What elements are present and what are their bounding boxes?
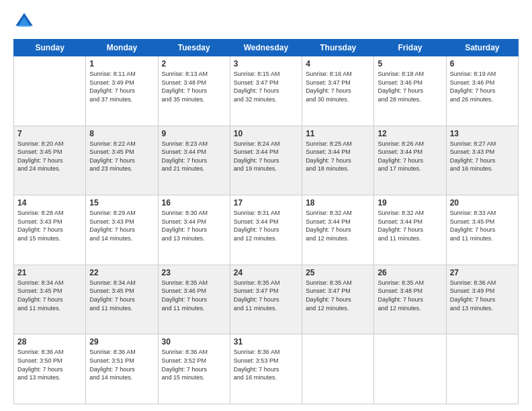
logo: [13, 11, 38, 32]
calendar-cell: 12Sunrise: 8:26 AM Sunset: 3:44 PM Dayli…: [374, 126, 446, 195]
day-number: 9: [162, 129, 226, 138]
day-number: 2: [162, 59, 226, 68]
calendar-week-1: 1Sunrise: 8:11 AM Sunset: 3:49 PM Daylig…: [14, 56, 519, 126]
day-number: 10: [234, 129, 298, 138]
day-number: 1: [89, 59, 154, 68]
day-number: 8: [89, 129, 154, 138]
calendar-cell: 13Sunrise: 8:27 AM Sunset: 3:43 PM Dayli…: [446, 126, 518, 195]
calendar-cell: 16Sunrise: 8:30 AM Sunset: 3:44 PM Dayli…: [158, 195, 230, 265]
cell-info: Sunrise: 8:32 AM Sunset: 3:44 PM Dayligh…: [378, 209, 442, 242]
calendar: SundayMondayTuesdayWednesdayThursdayFrid…: [13, 39, 519, 404]
calendar-cell: 23Sunrise: 8:35 AM Sunset: 3:46 PM Dayli…: [158, 265, 230, 334]
cell-info: Sunrise: 8:22 AM Sunset: 3:45 PM Dayligh…: [89, 140, 154, 173]
calendar-cell: [446, 334, 518, 404]
col-header-monday: Monday: [86, 40, 158, 56]
cell-info: Sunrise: 8:36 AM Sunset: 3:49 PM Dayligh…: [450, 279, 515, 312]
calendar-week-3: 14Sunrise: 8:28 AM Sunset: 3:43 PM Dayli…: [14, 195, 519, 265]
day-number: 20: [450, 198, 515, 208]
calendar-week-4: 21Sunrise: 8:34 AM Sunset: 3:45 PM Dayli…: [14, 265, 519, 334]
calendar-cell: 5Sunrise: 8:18 AM Sunset: 3:46 PM Daylig…: [374, 56, 446, 126]
calendar-cell: 17Sunrise: 8:31 AM Sunset: 3:44 PM Dayli…: [230, 195, 302, 265]
cell-info: Sunrise: 8:23 AM Sunset: 3:44 PM Dayligh…: [162, 140, 226, 173]
day-number: 4: [306, 59, 370, 68]
day-number: 27: [450, 268, 515, 277]
day-number: 15: [89, 198, 154, 208]
cell-info: Sunrise: 8:36 AM Sunset: 3:52 PM Dayligh…: [162, 348, 226, 381]
calendar-cell: 7Sunrise: 8:20 AM Sunset: 3:45 PM Daylig…: [14, 126, 86, 195]
calendar-cell: 22Sunrise: 8:34 AM Sunset: 3:45 PM Dayli…: [86, 265, 158, 334]
calendar-cell: 11Sunrise: 8:25 AM Sunset: 3:44 PM Dayli…: [302, 126, 374, 195]
calendar-cell: 3Sunrise: 8:15 AM Sunset: 3:47 PM Daylig…: [230, 56, 302, 126]
calendar-cell: 14Sunrise: 8:28 AM Sunset: 3:43 PM Dayli…: [14, 195, 86, 265]
calendar-week-2: 7Sunrise: 8:20 AM Sunset: 3:45 PM Daylig…: [14, 126, 519, 195]
calendar-cell: 6Sunrise: 8:19 AM Sunset: 3:46 PM Daylig…: [446, 56, 518, 126]
day-number: 11: [306, 129, 370, 138]
cell-info: Sunrise: 8:24 AM Sunset: 3:44 PM Dayligh…: [234, 140, 298, 173]
day-number: 25: [306, 268, 370, 277]
cell-info: Sunrise: 8:13 AM Sunset: 3:48 PM Dayligh…: [162, 70, 226, 103]
calendar-week-5: 28Sunrise: 8:36 AM Sunset: 3:50 PM Dayli…: [14, 334, 519, 404]
cell-info: Sunrise: 8:31 AM Sunset: 3:44 PM Dayligh…: [234, 209, 298, 242]
day-number: 26: [378, 268, 442, 277]
day-number: 7: [17, 129, 82, 138]
day-number: 18: [306, 198, 370, 208]
calendar-header-row: SundayMondayTuesdayWednesdayThursdayFrid…: [14, 40, 519, 56]
day-number: 31: [234, 337, 298, 347]
cell-info: Sunrise: 8:36 AM Sunset: 3:51 PM Dayligh…: [89, 348, 154, 381]
calendar-cell: 2Sunrise: 8:13 AM Sunset: 3:48 PM Daylig…: [158, 56, 230, 126]
calendar-cell: 30Sunrise: 8:36 AM Sunset: 3:52 PM Dayli…: [158, 334, 230, 404]
calendar-cell: [374, 334, 446, 404]
calendar-cell: 27Sunrise: 8:36 AM Sunset: 3:49 PM Dayli…: [446, 265, 518, 334]
day-number: 5: [378, 59, 442, 68]
logo-icon: [13, 11, 35, 32]
day-number: 24: [234, 268, 298, 277]
calendar-cell: 31Sunrise: 8:36 AM Sunset: 3:53 PM Dayli…: [230, 334, 302, 404]
day-number: 12: [378, 129, 442, 138]
cell-info: Sunrise: 8:28 AM Sunset: 3:43 PM Dayligh…: [17, 209, 82, 242]
day-number: 16: [162, 198, 226, 208]
cell-info: Sunrise: 8:36 AM Sunset: 3:53 PM Dayligh…: [234, 348, 298, 381]
cell-info: Sunrise: 8:36 AM Sunset: 3:50 PM Dayligh…: [17, 348, 82, 381]
calendar-cell: 10Sunrise: 8:24 AM Sunset: 3:44 PM Dayli…: [230, 126, 302, 195]
cell-info: Sunrise: 8:34 AM Sunset: 3:45 PM Dayligh…: [89, 279, 154, 312]
cell-info: Sunrise: 8:29 AM Sunset: 3:43 PM Dayligh…: [89, 209, 154, 242]
calendar-cell: [14, 56, 86, 126]
cell-info: Sunrise: 8:32 AM Sunset: 3:44 PM Dayligh…: [306, 209, 370, 242]
cell-info: Sunrise: 8:16 AM Sunset: 3:47 PM Dayligh…: [306, 70, 370, 103]
col-header-tuesday: Tuesday: [158, 40, 230, 56]
calendar-cell: 19Sunrise: 8:32 AM Sunset: 3:44 PM Dayli…: [374, 195, 446, 265]
cell-info: Sunrise: 8:18 AM Sunset: 3:46 PM Dayligh…: [378, 70, 442, 103]
col-header-thursday: Thursday: [302, 40, 374, 56]
cell-info: Sunrise: 8:33 AM Sunset: 3:45 PM Dayligh…: [450, 209, 515, 242]
cell-info: Sunrise: 8:15 AM Sunset: 3:47 PM Dayligh…: [234, 70, 298, 103]
cell-info: Sunrise: 8:27 AM Sunset: 3:43 PM Dayligh…: [450, 140, 515, 173]
calendar-cell: 9Sunrise: 8:23 AM Sunset: 3:44 PM Daylig…: [158, 126, 230, 195]
col-header-sunday: Sunday: [14, 40, 86, 56]
day-number: 17: [234, 198, 298, 208]
calendar-cell: 21Sunrise: 8:34 AM Sunset: 3:45 PM Dayli…: [14, 265, 86, 334]
col-header-wednesday: Wednesday: [230, 40, 302, 56]
calendar-cell: 24Sunrise: 8:35 AM Sunset: 3:47 PM Dayli…: [230, 265, 302, 334]
calendar-cell: 26Sunrise: 8:35 AM Sunset: 3:48 PM Dayli…: [374, 265, 446, 334]
day-number: 6: [450, 59, 515, 68]
day-number: 13: [450, 129, 515, 138]
cell-info: Sunrise: 8:35 AM Sunset: 3:47 PM Dayligh…: [234, 279, 298, 312]
cell-info: Sunrise: 8:20 AM Sunset: 3:45 PM Dayligh…: [17, 140, 82, 173]
day-number: 19: [378, 198, 442, 208]
day-number: 14: [17, 198, 82, 208]
day-number: 21: [17, 268, 82, 277]
day-number: 30: [162, 337, 226, 347]
col-header-saturday: Saturday: [446, 40, 518, 56]
cell-info: Sunrise: 8:35 AM Sunset: 3:46 PM Dayligh…: [162, 279, 226, 312]
cell-info: Sunrise: 8:11 AM Sunset: 3:49 PM Dayligh…: [89, 70, 154, 103]
calendar-cell: 20Sunrise: 8:33 AM Sunset: 3:45 PM Dayli…: [446, 195, 518, 265]
calendar-cell: [302, 334, 374, 404]
page: SundayMondayTuesdayWednesdayThursdayFrid…: [0, 0, 532, 411]
col-header-friday: Friday: [374, 40, 446, 56]
cell-info: Sunrise: 8:35 AM Sunset: 3:48 PM Dayligh…: [378, 279, 442, 312]
day-number: 28: [17, 337, 82, 347]
day-number: 3: [234, 59, 298, 68]
header: [13, 11, 519, 32]
calendar-cell: 25Sunrise: 8:35 AM Sunset: 3:47 PM Dayli…: [302, 265, 374, 334]
day-number: 23: [162, 268, 226, 277]
